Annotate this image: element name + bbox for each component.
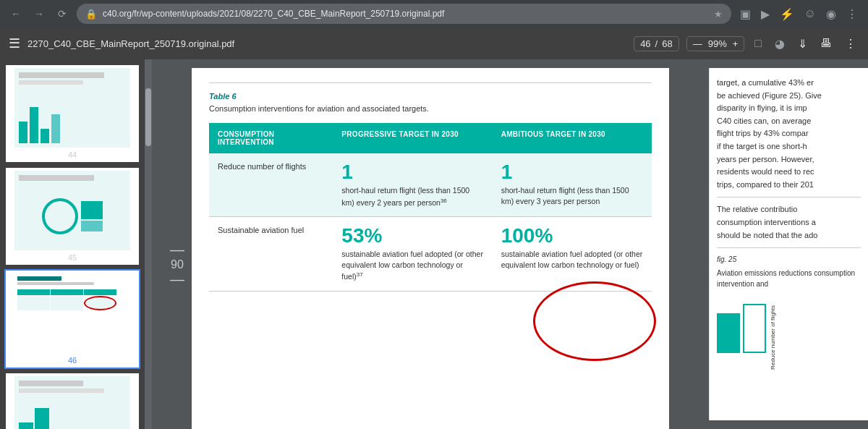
zoom-level: 99% <box>708 38 727 49</box>
thumbnail-45[interactable]: 45 <box>6 168 139 265</box>
refresh-button[interactable]: ⟳ <box>54 5 71 22</box>
row1-label: Reduce number of flights <box>218 162 306 171</box>
side-page-num: 90 <box>171 258 184 271</box>
row1-progressive: 1 short-haul return flight (less than 15… <box>333 153 492 216</box>
pdf-title: 2270_C40_CBE_MainReport_250719.original.… <box>27 38 626 49</box>
thumbnail-46[interactable]: 46 <box>6 271 139 368</box>
fig-label: fig. 25 <box>717 254 861 265</box>
toolbar-right-icons: ⇓ 🖶 ⋮ <box>795 34 859 54</box>
fig-title: Aviation emissions reductions consumptio… <box>717 268 861 289</box>
table-row-1: Reduce number of flights 1 short-haul re… <box>209 153 652 216</box>
page-controls[interactable]: 46 / 68 <box>634 36 679 51</box>
shield-icon: ▣ <box>737 4 754 24</box>
row2-progressive: 53% sustainable aviation fuel adopted (o… <box>333 217 492 292</box>
table-caption: Table 6 <box>209 92 652 101</box>
pdf-page: — 90 — Table 6 Consumption interventions… <box>192 68 669 429</box>
thumb-label-45: 45 <box>68 253 77 262</box>
browser-icons: ▣ ▶ ⚡ ☺ ◉ ⋮ <box>737 4 861 24</box>
pdf-toolbar: ☰ 2270_C40_CBE_MainReport_250719.origina… <box>0 27 868 59</box>
row2-prog-pct: 53% <box>341 226 483 246</box>
col1-header: CONSUMPTION INTERVENTION <box>209 123 333 153</box>
right-text-block-2: The relative contributio consumption int… <box>717 203 861 242</box>
row1-intervention: Reduce number of flights <box>209 153 333 216</box>
row1-prog-num: 1 <box>341 162 483 182</box>
row1-amb-num: 1 <box>501 162 643 182</box>
row2-amb-pct: 100% <box>501 226 643 246</box>
chart-bar-1 <box>717 313 740 353</box>
right-text-block: target, a cumulative 43% er be achieved … <box>717 77 861 191</box>
table-row-2: Sustainable aviation fuel 53% sustainabl… <box>209 217 652 292</box>
thumbnail-44[interactable]: 44 <box>6 65 139 162</box>
consumption-table: CONSUMPTION INTERVENTION PROGRESSIVE TAR… <box>209 123 652 291</box>
right-divider-1 <box>717 197 861 197</box>
page-dash-bottom: — <box>170 271 184 288</box>
page-number-side: — 90 — <box>170 242 184 288</box>
zoom-out-button[interactable]: — <box>693 38 702 49</box>
table-description: Consumption interventions for aviation a… <box>209 103 652 114</box>
col2-header: PROGRESSIVE TARGET IN 2030 <box>333 123 492 153</box>
row2-intervention: Sustainable aviation fuel <box>209 217 333 292</box>
thumb-label-44: 44 <box>68 150 77 159</box>
page-separator: / <box>655 38 658 49</box>
fit-page-icon[interactable]: □ <box>752 37 765 50</box>
back-button[interactable]: ← <box>7 5 25 22</box>
row1-ambitious: 1 short-haul return flight (less than 15… <box>493 153 652 216</box>
page-current: 46 <box>640 38 650 49</box>
col3-header: AMBITIOUS TARGET IN 2030 <box>493 123 652 153</box>
row2-prog-sup: 37 <box>357 271 363 278</box>
url-text: c40.org/fr/wp-content/uploads/2021/08/22… <box>103 9 708 19</box>
annotation-red-circle <box>533 281 656 361</box>
thumbnail-47[interactable]: 47 <box>6 373 139 429</box>
history-icon[interactable]: ◕ <box>772 37 788 51</box>
profile-icon: ☺ <box>801 4 819 23</box>
print-icon[interactable]: 🖶 <box>817 34 835 53</box>
right-divider-2 <box>717 247 861 248</box>
forward-button[interactable]: → <box>30 5 48 22</box>
sidebar-scroll[interactable] <box>145 59 152 429</box>
main-area: 44 45 <box>0 59 868 429</box>
row1-amb-text: short-haul return flight (less than 1500… <box>501 186 629 205</box>
thumb-img-44 <box>14 68 130 148</box>
right-panel: target, a cumulative 43% er be achieved … <box>709 68 868 420</box>
row1-prog-sup: 36 <box>441 197 447 203</box>
address-bar[interactable]: 🔒 c40.org/fr/wp-content/uploads/2021/08/… <box>77 4 731 24</box>
youtube-icon: ▶ <box>758 4 773 24</box>
row2-amb-text: sustainable aviation fuel adopted (or ot… <box>501 250 643 269</box>
download-icon[interactable]: ⇓ <box>795 34 810 54</box>
hamburger-icon[interactable]: ☰ <box>9 35 20 51</box>
pdf-content-area[interactable]: — 90 — Table 6 Consumption interventions… <box>152 59 868 429</box>
row2-label: Sustainable aviation fuel <box>218 226 304 234</box>
page-dash-top: — <box>170 242 184 258</box>
thumb-label-46: 46 <box>68 356 77 365</box>
fig25-chart: Reduce number of flights <box>717 295 861 353</box>
row2-prog-text: sustainable aviation fuel adopted (or ot… <box>341 250 483 281</box>
zoom-in-button[interactable]: + <box>733 38 739 49</box>
extensions-icon: ⚡ <box>777 4 797 24</box>
thumb-img-46 <box>14 273 130 353</box>
zoom-controls[interactable]: — 99% + <box>686 36 745 51</box>
browser-toolbar: ← → ⟳ 🔒 c40.org/fr/wp-content/uploads/20… <box>0 0 868 27</box>
thumbnail-sidebar: 44 45 <box>0 59 145 429</box>
thumb-img-45 <box>14 171 130 250</box>
row1-prog-text: short-haul return flight (less than 1500… <box>341 186 469 206</box>
sidebar-scroll-thumb <box>145 88 151 146</box>
top-divider <box>209 82 652 83</box>
more-icon[interactable]: ⋮ <box>843 4 861 24</box>
thumb-img-47 <box>14 376 130 429</box>
more-options-icon[interactable]: ⋮ <box>842 34 859 54</box>
page-total: 68 <box>662 38 672 49</box>
row2-ambitious: 100% sustainable aviation fuel adopted (… <box>493 217 652 292</box>
vpn-icon: ◉ <box>823 4 839 24</box>
chart-bar-outline: Reduce number of flights <box>743 304 766 353</box>
